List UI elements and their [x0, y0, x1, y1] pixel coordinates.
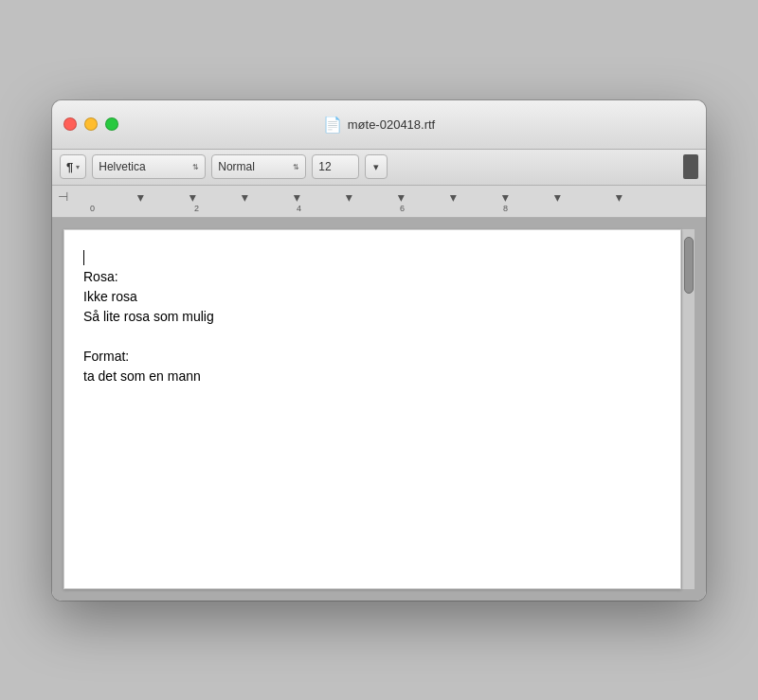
- ruler-mark-4: 4: [297, 204, 301, 213]
- size-chevron-icon: ▾: [373, 161, 379, 173]
- ruler-tab-7: ▶: [449, 194, 459, 201]
- doc-line-2: Ikke rosa: [83, 287, 661, 307]
- window-title: møte-020418.rtf: [348, 117, 436, 132]
- font-size-field[interactable]: 12: [312, 154, 359, 179]
- ruler-tab-6: ▶: [397, 194, 406, 201]
- window-title-area: 📄 møte-020418.rtf: [323, 116, 436, 134]
- ruler-mark-6: 6: [400, 204, 405, 213]
- ruler-mark-0: 0: [90, 204, 95, 213]
- paragraph-button[interactable]: ¶ ▾: [60, 154, 86, 179]
- ruler-mark-2: 2: [194, 204, 199, 213]
- doc-line-cursor: [83, 247, 661, 267]
- text-cursor: [83, 250, 84, 265]
- maximize-button[interactable]: [105, 117, 118, 131]
- doc-line-6: ta det som en mann: [83, 367, 661, 386]
- font-name-label: Helvetica: [99, 160, 145, 173]
- scrollbar[interactable]: [681, 229, 695, 589]
- ruler-tab-2: ▶: [189, 194, 198, 201]
- style-selector[interactable]: Normal ⇅: [211, 154, 306, 179]
- doc-line-3: Så lite rosa som mulig: [83, 307, 661, 327]
- font-arrow-icon: ⇅: [192, 163, 199, 171]
- ruler-tab-8: ▶: [501, 194, 511, 201]
- font-selector[interactable]: Helvetica ⇅: [92, 154, 206, 179]
- ruler-mark-8: 8: [503, 204, 508, 213]
- doc-line-blank: [83, 327, 661, 347]
- toolbar: ¶ ▾ Helvetica ⇅ Normal ⇅ 12 ▾: [52, 150, 706, 186]
- document-content: Rosa: Ikke rosa Så lite rosa som mulig F…: [83, 247, 661, 386]
- font-size-value: 12: [318, 160, 331, 173]
- size-chevron-button[interactable]: ▾: [365, 154, 388, 179]
- ruler-tab-3: ▶: [241, 194, 250, 201]
- minimize-button[interactable]: [84, 117, 98, 131]
- tab-stop-icon: ⊣: [58, 189, 68, 204]
- ruler-tab-9: ▶: [553, 194, 563, 201]
- document-area: Rosa: Ikke rosa Så lite rosa som mulig F…: [52, 218, 706, 601]
- doc-line-1: Rosa:: [83, 267, 661, 287]
- close-button[interactable]: [63, 117, 77, 131]
- doc-line-5: Format:: [83, 347, 661, 367]
- paragraph-arrow-icon: ▾: [76, 163, 80, 171]
- app-window: 📄 møte-020418.rtf ¶ ▾ Helvetica ⇅ Normal…: [52, 100, 706, 601]
- ruler: ⊣ 0 2 4 6 8 ▶ ▶ ▶ ▶ ▶ ▶ ▶ ▶ ▶ ▶: [52, 186, 706, 218]
- ruler-tab-10: ▶: [615, 194, 624, 201]
- ruler-tab-5: ▶: [345, 194, 354, 201]
- traffic-lights: [63, 117, 118, 131]
- paragraph-mark-icon: ¶: [66, 160, 73, 174]
- document-page[interactable]: Rosa: Ikke rosa Så lite rosa som mulig F…: [63, 229, 681, 589]
- toolbar-right-handle: [683, 154, 698, 179]
- style-arrow-icon: ⇅: [293, 163, 299, 171]
- ruler-tab-1: ▶: [136, 194, 146, 201]
- style-name-label: Normal: [218, 160, 255, 173]
- ruler-tab-4: ▶: [293, 194, 302, 201]
- document-icon: 📄: [323, 116, 342, 134]
- scrollbar-thumb[interactable]: [684, 237, 694, 294]
- titlebar: 📄 møte-020418.rtf: [52, 100, 706, 150]
- ruler-inner: ⊣ 0 2 4 6 8 ▶ ▶ ▶ ▶ ▶ ▶ ▶ ▶ ▶ ▶: [52, 186, 706, 217]
